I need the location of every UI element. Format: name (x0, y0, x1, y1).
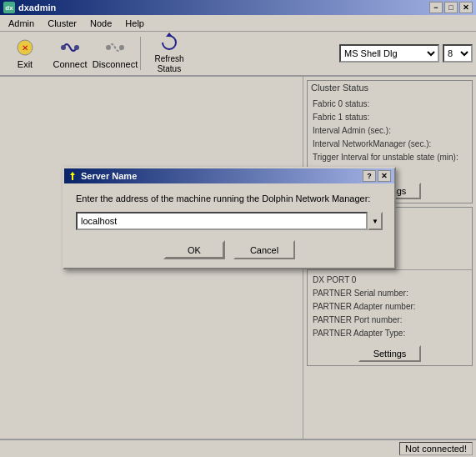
dialog-help-button[interactable]: ? (363, 170, 376, 182)
dialog-input-row: ▼ (76, 212, 383, 230)
dialog-message: Enter the address of the machine running… (76, 193, 383, 203)
dialog-title-bar: Server Name ? ✕ (64, 168, 394, 183)
cancel-button[interactable]: Cancel (233, 240, 295, 259)
dialog-close-button[interactable]: ✕ (378, 170, 391, 182)
dialog-title-left: Server Name (68, 171, 137, 181)
ok-button[interactable]: OK (163, 240, 225, 259)
dialog-controls: ? ✕ (363, 170, 391, 182)
dialog-buttons: OK Cancel (76, 240, 383, 259)
dialog-body: Enter the address of the machine running… (64, 183, 394, 268)
dialog-title: Server Name (81, 171, 137, 181)
server-dropdown-arrow[interactable]: ▼ (368, 212, 383, 230)
dialog-icon (68, 171, 78, 181)
server-name-dialog: Server Name ? ✕ Enter the address of the… (63, 167, 396, 269)
dialog-overlay: Server Name ? ✕ Enter the address of the… (0, 0, 476, 457)
server-name-input[interactable] (76, 212, 368, 230)
